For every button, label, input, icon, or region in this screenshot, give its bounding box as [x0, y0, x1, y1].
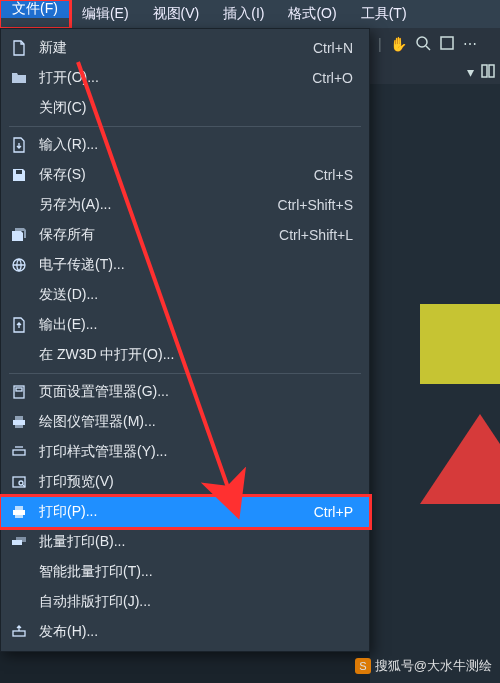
menu-import[interactable]: 输入(R)...	[1, 130, 369, 160]
menu-smartbatch[interactable]: 智能批量打印(T)...	[1, 557, 369, 587]
menu-saveas[interactable]: 另存为(A)... Ctrl+Shift+S	[1, 190, 369, 220]
blank-icon	[9, 195, 29, 215]
svg-rect-16	[15, 515, 23, 518]
menu-label: 输入(R)...	[39, 136, 353, 154]
palette-icon[interactable]	[480, 63, 496, 82]
pan-icon[interactable]: ✋	[390, 36, 407, 52]
menu-label: 智能批量打印(T)...	[39, 563, 353, 581]
svg-rect-9	[15, 416, 23, 420]
menubar: 文件(F) 编辑(E) 视图(V) 插入(I) 格式(O) 工具(T)	[0, 0, 500, 28]
menubar-tools[interactable]: 工具(T)	[349, 0, 419, 28]
svg-rect-11	[13, 450, 25, 455]
menubar-file-wrap: 文件(F)	[0, 0, 70, 28]
menu-label: 打印样式管理器(Y)...	[39, 443, 353, 461]
menu-close[interactable]: 关闭(C)	[1, 93, 369, 123]
toolbar-separator: |	[378, 36, 382, 52]
menu-shortcut: Ctrl+P	[314, 504, 353, 520]
menu-openzw3d[interactable]: 在 ZW3D 中打开(O)...	[1, 340, 369, 370]
saveall-icon	[9, 225, 29, 245]
menu-print[interactable]: 打印(P)... Ctrl+P	[1, 497, 369, 527]
sohu-icon: S	[355, 658, 371, 674]
menubar-format[interactable]: 格式(O)	[276, 0, 348, 28]
menu-label: 自动排版打印(J)...	[39, 593, 353, 611]
svg-rect-18	[16, 537, 26, 542]
menu-etransmit[interactable]: 电子传递(T)...	[1, 250, 369, 280]
zoom-window-icon[interactable]	[415, 35, 431, 54]
menu-shortcut: Ctrl+S	[314, 167, 353, 183]
svg-rect-15	[15, 506, 23, 510]
preview-icon	[9, 472, 29, 492]
watermark-text: 搜狐号@大水牛测绘	[375, 657, 492, 675]
menu-separator	[9, 373, 361, 374]
menu-separator	[9, 126, 361, 127]
menu-new[interactable]: 新建 Ctrl+N	[1, 33, 369, 63]
menu-label: 打开(O)...	[39, 69, 312, 87]
menu-preview[interactable]: 打印预览(V)	[1, 467, 369, 497]
menu-label: 打印(P)...	[39, 503, 314, 521]
svg-rect-2	[482, 65, 487, 77]
menu-label: 关闭(C)	[39, 99, 353, 117]
publish-icon	[9, 622, 29, 642]
new-file-icon	[9, 38, 29, 58]
blank-icon	[9, 562, 29, 582]
menubar-view[interactable]: 视图(V)	[141, 0, 212, 28]
menu-pagesetup[interactable]: 页面设置管理器(G)...	[1, 377, 369, 407]
menu-label: 保存所有	[39, 226, 279, 244]
open-folder-icon	[9, 68, 29, 88]
menu-plotter[interactable]: 绘图仪管理器(M)...	[1, 407, 369, 437]
pagesetup-icon	[9, 382, 29, 402]
menu-label: 电子传递(T)...	[39, 256, 353, 274]
menu-batchprint[interactable]: 批量打印(B)...	[1, 527, 369, 557]
menu-save[interactable]: 保存(S) Ctrl+S	[1, 160, 369, 190]
toolbar-more-icon[interactable]: ⋯	[463, 36, 477, 52]
blank-icon	[9, 592, 29, 612]
svg-rect-10	[15, 425, 23, 428]
menu-shortcut: Ctrl+Shift+S	[278, 197, 353, 213]
menu-label: 另存为(A)...	[39, 196, 278, 214]
menu-label: 绘图仪管理器(M)...	[39, 413, 353, 431]
menu-label: 打印预览(V)	[39, 473, 353, 491]
toolbar-row2: ▾	[370, 60, 500, 84]
save-icon	[9, 165, 29, 185]
menubar-insert[interactable]: 插入(I)	[211, 0, 276, 28]
batchprint-icon	[9, 532, 29, 552]
plotstyle-icon	[9, 442, 29, 462]
blank-icon	[9, 285, 29, 305]
svg-rect-3	[489, 65, 494, 77]
menu-send[interactable]: 发送(D)...	[1, 280, 369, 310]
toolbar-icons: | ✋ ⋯	[370, 28, 500, 60]
file-dropdown: 新建 Ctrl+N 打开(O)... Ctrl+O 关闭(C) 输入(R)...…	[0, 28, 370, 652]
svg-rect-8	[13, 420, 25, 425]
svg-point-0	[417, 37, 427, 47]
menu-shortcut: Ctrl+N	[313, 40, 353, 56]
menubar-edit[interactable]: 编辑(E)	[70, 0, 141, 28]
menu-publish[interactable]: 发布(H)...	[1, 617, 369, 647]
menu-label: 发布(H)...	[39, 623, 353, 641]
drawing-canvas[interactable]	[370, 84, 500, 683]
zoom-extents-icon[interactable]	[439, 35, 455, 54]
menu-export[interactable]: 输出(E)...	[1, 310, 369, 340]
svg-rect-14	[13, 510, 25, 515]
blank-icon	[9, 345, 29, 365]
menu-plotstyle[interactable]: 打印样式管理器(Y)...	[1, 437, 369, 467]
menu-label: 发送(D)...	[39, 286, 353, 304]
print-icon	[9, 502, 29, 522]
menu-saveall[interactable]: 保存所有 Ctrl+Shift+L	[1, 220, 369, 250]
watermark: S 搜狐号@大水牛测绘	[355, 657, 492, 675]
menubar-file[interactable]: 文件(F)	[0, 0, 70, 18]
menu-label: 保存(S)	[39, 166, 314, 184]
menu-autolayout[interactable]: 自动排版打印(J)...	[1, 587, 369, 617]
plotter-icon	[9, 412, 29, 432]
svg-point-13	[19, 481, 23, 485]
blank-icon	[9, 98, 29, 118]
svg-rect-1	[441, 37, 453, 49]
svg-rect-4	[16, 170, 22, 174]
menu-shortcut: Ctrl+O	[312, 70, 353, 86]
canvas-triangle	[420, 414, 500, 504]
menu-open[interactable]: 打开(O)... Ctrl+O	[1, 63, 369, 93]
dropdown-arrow-icon[interactable]: ▾	[467, 64, 474, 80]
canvas-rectangle	[420, 304, 500, 384]
menu-label: 页面设置管理器(G)...	[39, 383, 353, 401]
menu-shortcut: Ctrl+Shift+L	[279, 227, 353, 243]
menu-label: 批量打印(B)...	[39, 533, 353, 551]
